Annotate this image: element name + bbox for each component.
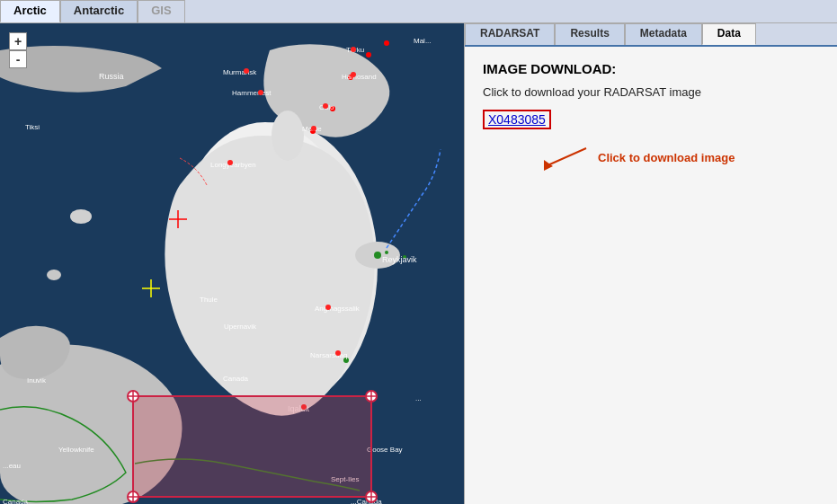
svg-text:Reykjavik: Reykjavik (382, 255, 417, 264)
arrow-icon (537, 144, 591, 171)
tab-metadata[interactable]: Metadata (625, 23, 702, 45)
svg-text:...: ... (415, 394, 422, 402)
tab-data[interactable]: Data (702, 23, 756, 45)
svg-point-45 (351, 72, 356, 77)
svg-text:...eau: ...eau (3, 462, 21, 470)
nav-tab-arctic[interactable]: Arctic (0, 0, 60, 22)
nav-tab-gis: GIS (138, 0, 184, 22)
svg-text:Murmansk: Murmansk (223, 68, 257, 76)
svg-point-4 (272, 111, 304, 161)
download-link[interactable]: X0483085 (483, 110, 551, 129)
svg-point-44 (351, 47, 356, 52)
arrow-annotation: Click to download image (537, 144, 819, 171)
download-description: Click to download your RADARSAT image (483, 85, 819, 99)
svg-text:Mal...: Mal... (414, 37, 432, 45)
svg-point-48 (325, 305, 331, 310)
svg-point-5 (70, 209, 92, 224)
zoom-controls: + - (9, 32, 27, 68)
svg-text:Narsarsuaq: Narsarsuaq (310, 351, 347, 359)
zoom-out-button[interactable]: - (9, 50, 27, 68)
svg-text:Hammerfest: Hammerfest (232, 89, 272, 97)
svg-text:Upernavik: Upernavik (224, 323, 257, 331)
svg-text:Yellowknife: Yellowknife (58, 446, 94, 454)
svg-point-14 (385, 251, 388, 254)
svg-text:Thule: Thule (200, 296, 218, 304)
svg-point-41 (244, 68, 249, 74)
svg-text:Angmagssalik: Angmagssalik (315, 305, 361, 313)
zoom-in-button[interactable]: + (9, 32, 27, 50)
svg-point-46 (323, 103, 328, 109)
main-content: Russia Tiksi Murmansk Hammerfest Longyea… (0, 23, 837, 504)
panel-tabs: RADARSAT Results Metadata Data (465, 23, 837, 47)
svg-point-8 (384, 40, 389, 46)
svg-text:Longyearbyen: Longyearbyen (210, 161, 256, 169)
click-to-download-label: Click to download image (598, 151, 735, 164)
svg-point-49 (335, 350, 341, 356)
panel-content: IMAGE DOWNLOAD: Click to download your R… (465, 47, 837, 504)
svg-marker-69 (544, 160, 553, 171)
svg-rect-55 (133, 396, 371, 497)
svg-text:Inuvik: Inuvik (27, 376, 47, 385)
svg-text:Russia: Russia (99, 72, 124, 81)
svg-text:Hamosand: Hamosand (342, 73, 377, 81)
nav-tab-antarctic[interactable]: Antarctic (60, 0, 138, 22)
image-download-title: IMAGE DOWNLOAD: (483, 61, 819, 76)
svg-point-12 (374, 252, 381, 259)
map-svg: Russia Tiksi Murmansk Hammerfest Longyea… (0, 23, 464, 504)
svg-text:Canada: Canada (223, 375, 249, 383)
tab-results[interactable]: Results (555, 23, 624, 45)
svg-point-7 (366, 52, 371, 57)
svg-text:Tiksi: Tiksi (25, 123, 40, 131)
svg-point-47 (311, 126, 316, 131)
svg-point-6 (47, 270, 61, 280)
right-panel: RADARSAT Results Metadata Data IMAGE DOW… (464, 23, 837, 504)
svg-point-42 (258, 90, 263, 95)
tab-radarsat[interactable]: RADARSAT (465, 23, 555, 45)
top-navigation: Arctic Antarctic GIS (0, 0, 837, 23)
svg-line-68 (546, 148, 586, 166)
svg-text:Canada: Canada (3, 498, 29, 504)
map-area[interactable]: Russia Tiksi Murmansk Hammerfest Longyea… (0, 23, 464, 504)
svg-point-43 (227, 160, 233, 165)
